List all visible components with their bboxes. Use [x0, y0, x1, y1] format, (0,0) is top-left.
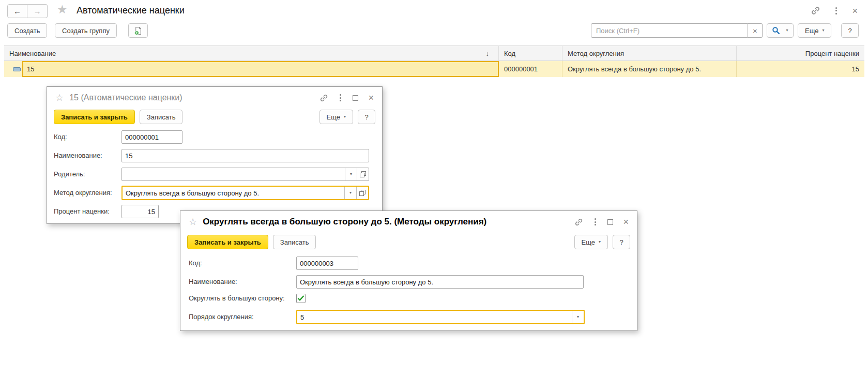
column-header-name[interactable]: Наименование ↓ [4, 46, 499, 61]
row-cell-method[interactable]: Округлять всегда в большую сторону до 5. [562, 61, 737, 77]
close-dialog-icon[interactable]: × [623, 217, 629, 227]
column-header-percent[interactable]: Процент наценки [737, 46, 864, 61]
parent-dropdown-button[interactable]: ▾ [345, 168, 357, 180]
row-cell-code[interactable]: 000000001 [499, 61, 562, 77]
favorite-star-icon[interactable]: ☆ [189, 217, 197, 227]
forward-button[interactable]: → [27, 4, 48, 18]
favorite-star-icon[interactable]: ☆ [55, 93, 64, 102]
more-menu-icon[interactable] [834, 7, 839, 15]
dialog-titlebar: ☆ Округлять всегда в большую сторону до … [180, 211, 637, 233]
method-field: ▾ [121, 186, 369, 200]
close-dialog-icon[interactable]: × [368, 93, 374, 102]
method-dropdown-button[interactable]: ▾ [344, 187, 356, 199]
window-controls: × [811, 6, 858, 16]
dialog-command-bar: Записать и закрыть Записать Еще ▾ ? [187, 235, 630, 249]
clear-icon: × [753, 26, 757, 35]
round-up-checkbox[interactable] [296, 294, 306, 303]
chevron-down-icon: ▾ [822, 28, 824, 33]
search-clear-button[interactable]: × [748, 23, 763, 38]
search-input[interactable] [591, 23, 748, 38]
percent-label: Процент наценки: [54, 205, 110, 218]
name-field [121, 149, 369, 162]
order-dropdown-button[interactable]: ▾ [572, 311, 584, 323]
row-cell-name[interactable]: 15 [22, 61, 499, 77]
name-label: Наименование: [189, 275, 237, 289]
column-label: Наименование [9, 50, 56, 57]
more-button[interactable]: Еще ▾ [574, 235, 608, 249]
order-input[interactable] [297, 311, 572, 323]
check-icon [297, 295, 304, 301]
dialog-titlebar: ☆ 15 (Автоматические наценки) × [47, 87, 382, 109]
search-icon [772, 26, 780, 35]
code-input[interactable] [297, 257, 358, 269]
dialog-rounding-method: ☆ Округлять всегда в большую сторону до … [180, 210, 637, 331]
history-nav: ← → [7, 4, 48, 18]
page-title: Автоматические наценки [77, 5, 185, 16]
get-link-icon[interactable] [319, 94, 328, 102]
row-type-cell[interactable] [4, 61, 22, 77]
chevron-down-icon: ▾ [344, 115, 346, 119]
app-window: ← → ★ Автоматические наценки × Создать С… [0, 0, 868, 377]
name-input[interactable] [122, 149, 369, 162]
name-input[interactable] [297, 276, 583, 288]
save-and-close-button[interactable]: Записать и закрыть [187, 235, 268, 249]
round-up-label: Округлять в большую сторону: [189, 292, 285, 305]
table-row[interactable]: 15 000000001 Округлять всегда в большую … [4, 61, 864, 77]
parent-label: Родитель: [54, 168, 85, 181]
create-group-button[interactable]: Создать группу [55, 23, 117, 38]
dialog-title: 15 (Автоматические наценки) [69, 93, 182, 102]
dialog-title: Округлять всегда в большую сторону до 5.… [203, 217, 486, 227]
sort-descending-icon: ↓ [486, 50, 490, 57]
help-button[interactable]: ? [358, 110, 375, 124]
code-label: Код: [189, 257, 202, 270]
maximize-icon[interactable] [607, 219, 613, 225]
column-header-method[interactable]: Метод округления [562, 46, 737, 61]
maximize-icon[interactable] [353, 95, 358, 101]
table-header: Наименование ↓ Код Метод округления Проц… [4, 46, 864, 61]
search-area: × [591, 23, 763, 38]
dialog-window-controls: × [574, 217, 629, 227]
save-button[interactable]: Записать [140, 110, 183, 124]
more-button[interactable]: Еще ▾ [319, 110, 353, 124]
create-new-item-button[interactable] [128, 23, 148, 38]
percent-input[interactable] [122, 205, 158, 218]
chevron-down-icon: ▾ [577, 315, 579, 319]
open-icon [359, 190, 366, 196]
parent-input[interactable] [122, 168, 345, 180]
more-button[interactable]: Еще ▾ [798, 23, 831, 38]
forward-arrow-icon: → [34, 7, 41, 16]
method-open-button[interactable] [356, 187, 368, 199]
back-arrow-icon: ← [13, 7, 21, 16]
chevron-down-icon: ▾ [786, 28, 788, 33]
get-link-icon[interactable] [574, 218, 583, 227]
save-and-close-button[interactable]: Записать и закрыть [54, 110, 135, 124]
favorite-star-icon[interactable]: ★ [57, 2, 68, 18]
parent-open-button[interactable] [357, 168, 369, 180]
get-link-icon[interactable] [811, 6, 820, 16]
more-button-label: Еще [805, 27, 818, 35]
close-window-icon[interactable]: × [852, 6, 858, 16]
search-dropdown-button[interactable]: ▾ [767, 23, 794, 38]
help-button[interactable]: ? [613, 235, 630, 249]
order-label: Порядок округления: [189, 310, 254, 324]
column-label: Код [504, 50, 515, 57]
row-cell-percent[interactable]: 15 [737, 61, 864, 77]
save-button[interactable]: Записать [273, 235, 316, 249]
code-input[interactable] [122, 131, 182, 143]
help-button[interactable]: ? [841, 23, 859, 38]
more-button-label: Еще [582, 238, 595, 246]
name-label: Наименование: [54, 149, 102, 162]
dialog-window-controls: × [319, 93, 374, 102]
method-input[interactable] [123, 187, 344, 199]
code-field [296, 257, 358, 270]
cell-value: 15 [852, 65, 859, 73]
back-button[interactable]: ← [7, 4, 27, 18]
cell-value: Округлять всегда в большую сторону до 5. [568, 65, 701, 73]
more-menu-icon[interactable] [338, 94, 343, 102]
cell-value: 15 [27, 65, 34, 73]
create-button[interactable]: Создать [7, 23, 47, 38]
more-menu-icon[interactable] [593, 218, 598, 226]
parent-field: ▾ [121, 168, 369, 181]
cell-value: 000000001 [504, 65, 538, 73]
column-header-code[interactable]: Код [499, 46, 562, 61]
